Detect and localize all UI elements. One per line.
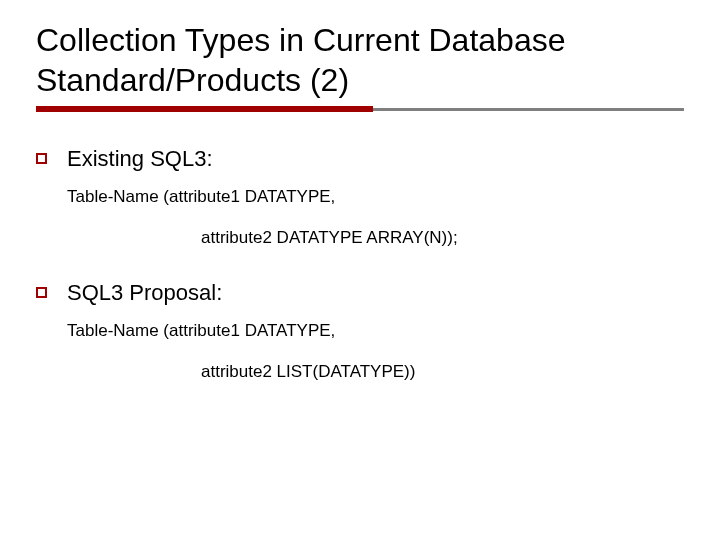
- square-bullet-icon: [36, 287, 47, 298]
- code-line: attribute2 LIST(DATATYPE)): [67, 361, 684, 384]
- section-heading: Existing SQL3:: [67, 146, 213, 172]
- bullet-item-existing-sql3: Existing SQL3:: [36, 146, 684, 172]
- code-line: Table-Name (attribute1 DATATYPE,: [67, 186, 684, 209]
- code-line: attribute2 DATATYPE ARRAY(N));: [67, 227, 684, 250]
- section-heading: SQL3 Proposal:: [67, 280, 222, 306]
- code-line: Table-Name (attribute1 DATATYPE,: [67, 320, 684, 343]
- square-bullet-icon: [36, 153, 47, 164]
- bullet-item-sql3-proposal: SQL3 Proposal:: [36, 280, 684, 306]
- slide: Collection Types in Current Database Sta…: [0, 0, 720, 384]
- code-block-proposal: Table-Name (attribute1 DATATYPE, attribu…: [67, 320, 684, 384]
- slide-title: Collection Types in Current Database Sta…: [36, 20, 684, 100]
- code-block-existing: Table-Name (attribute1 DATATYPE, attribu…: [67, 186, 684, 250]
- title-underline: [36, 106, 684, 112]
- underline-red: [36, 106, 373, 112]
